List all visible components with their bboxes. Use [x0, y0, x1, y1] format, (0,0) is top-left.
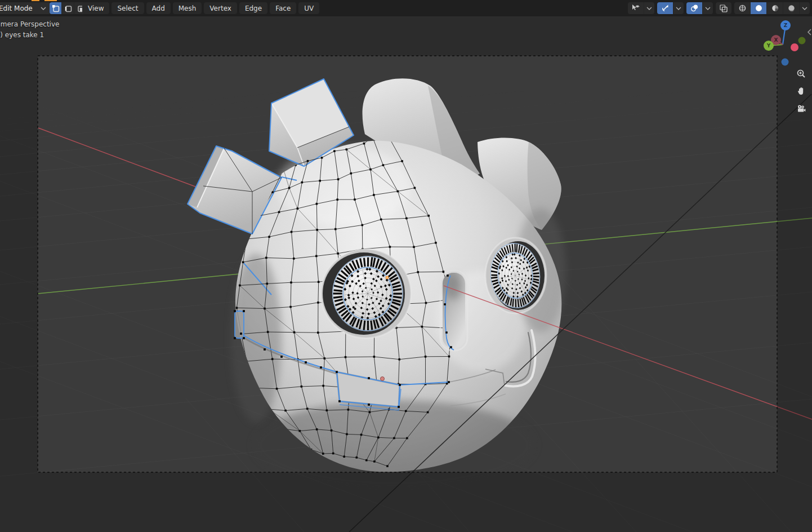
wireframe-shading-icon — [738, 4, 747, 12]
gizmo-minus-y[interactable] — [798, 37, 806, 45]
viewport-canvas[interactable] — [0, 0, 812, 532]
navigation-gizmo[interactable]: ZXY — [755, 16, 811, 72]
camera-icon — [796, 104, 806, 114]
select-mode-group — [50, 2, 86, 14]
svg-text:Y: Y — [766, 43, 771, 48]
mode-dropdown-label: Edit Mode — [0, 5, 33, 12]
menu-vertex[interactable]: Vertex — [204, 2, 237, 14]
viewport-header: Edit Mode ViewSelectAddMeshVertexEdgeFac… — [0, 0, 812, 16]
show-overlays-dropdown[interactable] — [703, 2, 713, 14]
chevron-down-icon — [646, 2, 653, 14]
menu-select[interactable]: Select — [111, 2, 144, 14]
svg-text:X: X — [774, 37, 778, 43]
svg-text:Z: Z — [784, 23, 788, 28]
pan-tool-button[interactable] — [795, 85, 807, 97]
gizmo-minus-x[interactable] — [791, 43, 798, 51]
material-preview-shading-icon — [771, 4, 779, 12]
shading-material-preview-button[interactable] — [767, 2, 783, 14]
menu-add[interactable]: Add — [146, 2, 171, 14]
chevron-down-icon — [801, 2, 808, 14]
show-overlays-group — [686, 2, 713, 14]
blender-window: { "header": { "mode_dropdown": { "label"… — [0, 0, 812, 532]
eye-cursor-icon — [631, 4, 640, 12]
chevron-down-icon — [675, 2, 682, 14]
show-gizmos-group — [657, 2, 684, 14]
magnifier-icon — [796, 69, 806, 79]
xray-icon — [719, 4, 728, 12]
solid-shading-icon — [755, 4, 763, 12]
orange-marker — [32, 0, 39, 1]
shading-solid-button[interactable] — [751, 2, 766, 14]
show-gizmos-dropdown[interactable] — [673, 2, 684, 14]
menu-bar: ViewSelectAddMeshVertexEdgeFaceUV — [82, 2, 319, 14]
menu-uv[interactable]: UV — [298, 2, 319, 14]
shading-wireframe-button[interactable] — [734, 2, 750, 14]
header-right-controls — [628, 2, 810, 14]
orange-marker — [44, 0, 57, 1]
rendered-shading-icon — [787, 4, 796, 12]
vertex-select-icon — [52, 5, 60, 12]
camera-view-button[interactable] — [795, 103, 807, 115]
object-type-visibility-group — [628, 2, 654, 14]
show-overlays-button[interactable] — [686, 2, 702, 14]
overlays-icon — [690, 4, 699, 12]
menu-mesh[interactable]: Mesh — [173, 2, 202, 14]
menu-edge[interactable]: Edge — [239, 2, 267, 14]
mode-dropdown[interactable]: Edit Mode — [0, 2, 51, 14]
gizmo-minus-z[interactable] — [782, 59, 789, 66]
menu-face[interactable]: Face — [270, 2, 296, 14]
hand-icon — [796, 86, 806, 96]
shading-rendered-button[interactable] — [783, 2, 799, 14]
chevron-down-icon — [704, 2, 711, 14]
viewport-nav-tools — [795, 68, 807, 115]
zoom-tool-button[interactable] — [795, 68, 807, 80]
shading-mode-group — [734, 2, 810, 14]
show-gizmos-button[interactable] — [657, 2, 673, 14]
shading-dropdown[interactable] — [800, 2, 810, 14]
object-type-visibility-dropdown[interactable] — [644, 2, 654, 14]
object-type-visibility-button[interactable] — [628, 2, 644, 14]
menu-view[interactable]: View — [82, 2, 109, 14]
gizmo-arrow-icon — [661, 4, 670, 12]
xray-group — [716, 2, 731, 14]
toggle-xray-button[interactable] — [716, 2, 731, 14]
eye-ball — [332, 256, 403, 331]
sidebar-collapse-arrow[interactable] — [806, 28, 812, 36]
vertex-select-button[interactable] — [50, 2, 61, 14]
edge-select-icon — [64, 5, 72, 12]
nose-slot — [440, 271, 467, 351]
edge-select-button[interactable] — [62, 2, 74, 14]
chevron-down-icon — [41, 6, 46, 11]
